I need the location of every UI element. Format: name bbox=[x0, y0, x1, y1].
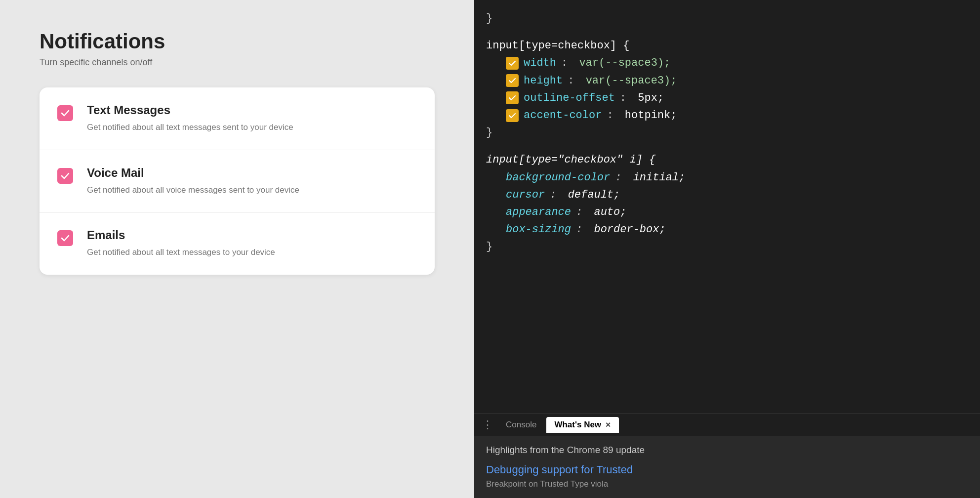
colon: : bbox=[568, 72, 580, 89]
notification-desc-text-messages: Get notified about all text messages sen… bbox=[87, 121, 293, 134]
orange-check-icon[interactable] bbox=[506, 57, 519, 70]
colon: : bbox=[561, 54, 574, 72]
tab-console[interactable]: Console bbox=[498, 417, 544, 433]
page-title: Notifications bbox=[40, 30, 435, 53]
colon: : bbox=[620, 89, 633, 107]
whats-new-content: Highlights from the Chrome 89 update Deb… bbox=[474, 436, 980, 498]
notification-desc-voice-mail: Get notified about all voice messages se… bbox=[87, 184, 299, 197]
prop-val-bg-color: initial; bbox=[633, 169, 686, 186]
close-brace: } bbox=[486, 124, 492, 141]
orange-check-icon[interactable] bbox=[506, 74, 519, 87]
close-brace: } bbox=[486, 238, 492, 255]
colon: : bbox=[607, 107, 619, 124]
whats-new-highlight: Highlights from the Chrome 89 update bbox=[486, 445, 968, 456]
checkbox-emails[interactable] bbox=[57, 230, 73, 246]
code-block-close: } bbox=[486, 10, 968, 27]
orange-check-icon[interactable] bbox=[506, 109, 519, 122]
notifications-panel: Notifications Turn specific channels on/… bbox=[0, 0, 474, 498]
selector-text: input[type=checkbox] { bbox=[486, 37, 629, 54]
notification-text-text-messages: Text Messages Get notified about all tex… bbox=[87, 103, 293, 134]
prop-name-height: height bbox=[524, 72, 563, 89]
notification-item-text-messages: Text Messages Get notified about all tex… bbox=[40, 87, 435, 150]
colon: : bbox=[615, 169, 628, 186]
notification-desc-emails: Get notified about all text messages to … bbox=[87, 246, 275, 259]
more-icon[interactable]: ⋮ bbox=[482, 418, 492, 431]
notification-text-emails: Emails Get notified about all text messa… bbox=[87, 228, 275, 259]
code-editor: } input[type=checkbox] { width : var(--s… bbox=[474, 0, 980, 414]
tab-whats-new-label: What's New bbox=[554, 420, 601, 430]
orange-check-icon[interactable] bbox=[506, 91, 519, 104]
code-prop-bg-color: background-color : initial; bbox=[486, 169, 968, 186]
notification-item-voice-mail: Voice Mail Get notified about all voice … bbox=[40, 150, 435, 213]
checkbox-voice-mail[interactable] bbox=[57, 168, 73, 184]
italic-selector-text: input[type="checkbox" i] { bbox=[486, 151, 655, 168]
notification-text-voice-mail: Voice Mail Get notified about all voice … bbox=[87, 166, 299, 197]
page-subtitle: Turn specific channels on/off bbox=[40, 57, 435, 68]
notification-label-emails: Emails bbox=[87, 228, 275, 242]
prop-name-appearance: appearance bbox=[506, 204, 571, 221]
brace: } bbox=[486, 12, 492, 25]
code-prop-outline-offset: outline-offset : 5px; bbox=[486, 89, 968, 107]
code-selector-line: input[type=checkbox] { bbox=[486, 37, 968, 54]
prop-val-accent-color: hotpink; bbox=[625, 107, 677, 124]
code-block-checkbox-i: input[type="checkbox" i] { background-co… bbox=[486, 151, 968, 255]
prop-name-bg-color: background-color bbox=[506, 169, 610, 186]
code-prop-accent-color: accent-color : hotpink; bbox=[486, 107, 968, 124]
code-block-close-brace: } bbox=[486, 124, 968, 141]
prop-name-cursor: cursor bbox=[506, 186, 545, 204]
whats-new-desc: Breakpoint on Trusted Type viola bbox=[486, 479, 968, 489]
checkmark-icon bbox=[60, 233, 70, 243]
prop-val-appearance: auto; bbox=[594, 204, 626, 221]
prop-val-outline-offset: 5px; bbox=[638, 89, 664, 107]
code-block-close-brace-i: } bbox=[486, 238, 968, 255]
notification-card: Text Messages Get notified about all tex… bbox=[40, 87, 435, 275]
prop-name-outline-offset: outline-offset bbox=[524, 89, 615, 107]
tab-whats-new[interactable]: What's New ✕ bbox=[546, 417, 619, 433]
checkbox-text-messages[interactable] bbox=[57, 105, 73, 121]
devtools-panel: } input[type=checkbox] { width : var(--s… bbox=[474, 0, 980, 498]
colon: : bbox=[550, 186, 563, 204]
notification-item-emails: Emails Get notified about all text messa… bbox=[40, 212, 435, 275]
whats-new-link[interactable]: Debugging support for Trusted bbox=[486, 463, 968, 476]
prop-name-box-sizing: box-sizing bbox=[506, 221, 571, 238]
code-selector-italic-line: input[type="checkbox" i] { bbox=[486, 151, 968, 168]
code-prop-height: height : var(--space3); bbox=[486, 72, 968, 89]
colon: : bbox=[576, 204, 589, 221]
prop-val-box-sizing: border-box; bbox=[594, 221, 665, 238]
notification-label-text-messages: Text Messages bbox=[87, 103, 293, 117]
devtools-bottom-bar: ⋮ Console What's New ✕ Highlights from t… bbox=[474, 414, 980, 498]
close-icon[interactable]: ✕ bbox=[605, 421, 611, 429]
colon: : bbox=[576, 221, 589, 238]
code-prop-box-sizing: box-sizing : border-box; bbox=[486, 221, 968, 238]
prop-val-height: var(--space3); bbox=[586, 72, 677, 89]
checkmark-icon bbox=[60, 108, 70, 118]
prop-name-accent-color: accent-color bbox=[524, 107, 602, 124]
code-prop-cursor: cursor : default; bbox=[486, 186, 968, 204]
tab-row: ⋮ Console What's New ✕ bbox=[474, 414, 980, 436]
code-prop-width: width : var(--space3); bbox=[486, 54, 968, 72]
prop-name-width: width bbox=[524, 54, 556, 72]
code-prop-appearance: appearance : auto; bbox=[486, 204, 968, 221]
notification-label-voice-mail: Voice Mail bbox=[87, 166, 299, 180]
prop-val-width: var(--space3); bbox=[579, 54, 670, 72]
checkmark-icon bbox=[60, 171, 70, 181]
prop-val-cursor: default; bbox=[568, 186, 620, 204]
code-block-checkbox: input[type=checkbox] { width : var(--spa… bbox=[486, 37, 968, 141]
